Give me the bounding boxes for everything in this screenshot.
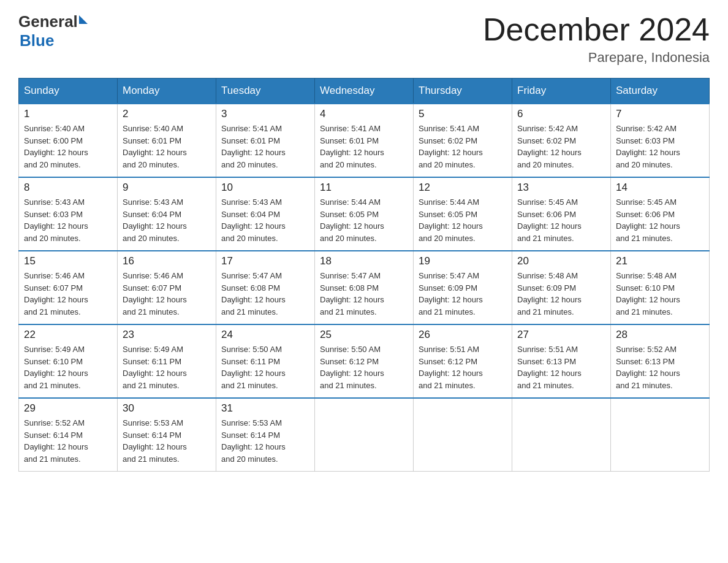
day-number: 27: [517, 329, 605, 341]
logo: General Blue: [18, 12, 88, 50]
calendar-cell: 15Sunrise: 5:46 AMSunset: 6:07 PMDayligh…: [19, 251, 118, 324]
day-number: 21: [616, 255, 704, 267]
day-number: 11: [320, 182, 408, 194]
day-info: Sunrise: 5:40 AMSunset: 6:01 PMDaylight:…: [123, 123, 211, 170]
calendar-cell: 31Sunrise: 5:53 AMSunset: 6:14 PMDayligh…: [216, 398, 315, 472]
day-info: Sunrise: 5:42 AMSunset: 6:03 PMDaylight:…: [616, 123, 704, 170]
calendar-cell: 3Sunrise: 5:41 AMSunset: 6:01 PMDaylight…: [216, 104, 315, 177]
calendar-title: December 2024: [483, 12, 710, 47]
day-number: 15: [24, 255, 112, 267]
day-number: 20: [517, 255, 605, 267]
calendar-week-5: 29Sunrise: 5:52 AMSunset: 6:14 PMDayligh…: [19, 398, 710, 472]
day-number: 19: [419, 255, 507, 267]
day-info: Sunrise: 5:49 AMSunset: 6:10 PMDaylight:…: [24, 343, 112, 391]
calendar-cell: [414, 398, 512, 472]
day-info: Sunrise: 5:50 AMSunset: 6:11 PMDaylight:…: [221, 343, 309, 391]
day-number: 10: [221, 182, 309, 194]
day-number: 12: [419, 182, 507, 194]
day-info: Sunrise: 5:52 AMSunset: 6:14 PMDaylight:…: [24, 417, 112, 465]
day-number: 8: [24, 182, 112, 194]
calendar-cell: 29Sunrise: 5:52 AMSunset: 6:14 PMDayligh…: [19, 398, 118, 472]
day-info: Sunrise: 5:47 AMSunset: 6:09 PMDaylight:…: [419, 270, 507, 318]
calendar-cell: [611, 398, 710, 472]
calendar-cell: 25Sunrise: 5:50 AMSunset: 6:12 PMDayligh…: [315, 324, 414, 398]
day-number: 22: [24, 329, 112, 341]
calendar-cell: [315, 398, 414, 472]
day-info: Sunrise: 5:41 AMSunset: 6:01 PMDaylight:…: [320, 123, 408, 170]
day-info: Sunrise: 5:46 AMSunset: 6:07 PMDaylight:…: [123, 270, 211, 318]
calendar-cell: 19Sunrise: 5:47 AMSunset: 6:09 PMDayligh…: [414, 251, 512, 324]
header-wednesday: Wednesday: [315, 79, 414, 104]
day-info: Sunrise: 5:43 AMSunset: 6:04 PMDaylight:…: [123, 196, 211, 244]
calendar-table: SundayMondayTuesdayWednesdayThursdayFrid…: [18, 78, 710, 472]
day-info: Sunrise: 5:43 AMSunset: 6:03 PMDaylight:…: [24, 196, 112, 244]
day-number: 28: [616, 329, 704, 341]
calendar-cell: 6Sunrise: 5:42 AMSunset: 6:02 PMDaylight…: [512, 104, 611, 177]
day-number: 26: [419, 329, 507, 341]
day-info: Sunrise: 5:48 AMSunset: 6:09 PMDaylight:…: [517, 270, 605, 318]
day-info: Sunrise: 5:47 AMSunset: 6:08 PMDaylight:…: [320, 270, 408, 318]
header-sunday: Sunday: [19, 79, 118, 104]
day-info: Sunrise: 5:52 AMSunset: 6:13 PMDaylight:…: [616, 343, 704, 391]
day-number: 31: [221, 402, 309, 415]
day-number: 6: [517, 108, 605, 120]
day-number: 14: [616, 182, 704, 194]
day-info: Sunrise: 5:41 AMSunset: 6:01 PMDaylight:…: [221, 123, 309, 170]
calendar-week-3: 15Sunrise: 5:46 AMSunset: 6:07 PMDayligh…: [19, 251, 710, 324]
calendar-cell: 30Sunrise: 5:53 AMSunset: 6:14 PMDayligh…: [118, 398, 216, 472]
calendar-cell: 13Sunrise: 5:45 AMSunset: 6:06 PMDayligh…: [512, 177, 611, 251]
header-saturday: Saturday: [611, 79, 710, 104]
header-friday: Friday: [512, 79, 611, 104]
calendar-cell: [512, 398, 611, 472]
calendar-cell: 2Sunrise: 5:40 AMSunset: 6:01 PMDaylight…: [118, 104, 216, 177]
day-info: Sunrise: 5:45 AMSunset: 6:06 PMDaylight:…: [517, 196, 605, 244]
calendar-cell: 14Sunrise: 5:45 AMSunset: 6:06 PMDayligh…: [611, 177, 710, 251]
day-number: 13: [517, 182, 605, 194]
calendar-cell: 8Sunrise: 5:43 AMSunset: 6:03 PMDaylight…: [19, 177, 118, 251]
day-info: Sunrise: 5:40 AMSunset: 6:00 PMDaylight:…: [24, 123, 112, 170]
day-info: Sunrise: 5:42 AMSunset: 6:02 PMDaylight:…: [517, 123, 605, 170]
page-header: General Blue December 2024 Parepare, Ind…: [18, 12, 710, 66]
day-info: Sunrise: 5:51 AMSunset: 6:12 PMDaylight:…: [419, 343, 507, 391]
calendar-week-2: 8Sunrise: 5:43 AMSunset: 6:03 PMDaylight…: [19, 177, 710, 251]
calendar-cell: 20Sunrise: 5:48 AMSunset: 6:09 PMDayligh…: [512, 251, 611, 324]
day-number: 18: [320, 255, 408, 267]
day-info: Sunrise: 5:51 AMSunset: 6:13 PMDaylight:…: [517, 343, 605, 391]
calendar-cell: 11Sunrise: 5:44 AMSunset: 6:05 PMDayligh…: [315, 177, 414, 251]
calendar-cell: 16Sunrise: 5:46 AMSunset: 6:07 PMDayligh…: [118, 251, 216, 324]
calendar-cell: 7Sunrise: 5:42 AMSunset: 6:03 PMDaylight…: [611, 104, 710, 177]
day-number: 29: [24, 402, 112, 415]
calendar-subtitle: Parepare, Indonesia: [483, 50, 710, 66]
calendar-cell: 1Sunrise: 5:40 AMSunset: 6:00 PMDaylight…: [19, 104, 118, 177]
day-number: 5: [419, 108, 507, 120]
calendar-cell: 21Sunrise: 5:48 AMSunset: 6:10 PMDayligh…: [611, 251, 710, 324]
day-number: 30: [123, 402, 211, 415]
calendar-cell: 12Sunrise: 5:44 AMSunset: 6:05 PMDayligh…: [414, 177, 512, 251]
calendar-cell: 27Sunrise: 5:51 AMSunset: 6:13 PMDayligh…: [512, 324, 611, 398]
calendar-cell: 5Sunrise: 5:41 AMSunset: 6:02 PMDaylight…: [414, 104, 512, 177]
day-number: 16: [123, 255, 211, 267]
calendar-cell: 22Sunrise: 5:49 AMSunset: 6:10 PMDayligh…: [19, 324, 118, 398]
logo-blue-text: Blue: [20, 31, 88, 50]
day-number: 4: [320, 108, 408, 120]
calendar-cell: 9Sunrise: 5:43 AMSunset: 6:04 PMDaylight…: [118, 177, 216, 251]
day-info: Sunrise: 5:46 AMSunset: 6:07 PMDaylight:…: [24, 270, 112, 318]
day-info: Sunrise: 5:50 AMSunset: 6:12 PMDaylight:…: [320, 343, 408, 391]
day-number: 7: [616, 108, 704, 120]
header-monday: Monday: [118, 79, 216, 104]
title-section: December 2024 Parepare, Indonesia: [483, 12, 710, 66]
calendar-cell: 18Sunrise: 5:47 AMSunset: 6:08 PMDayligh…: [315, 251, 414, 324]
calendar-header-row: SundayMondayTuesdayWednesdayThursdayFrid…: [19, 79, 710, 104]
day-info: Sunrise: 5:53 AMSunset: 6:14 PMDaylight:…: [123, 417, 211, 465]
day-number: 23: [123, 329, 211, 341]
day-info: Sunrise: 5:44 AMSunset: 6:05 PMDaylight:…: [419, 196, 507, 244]
day-number: 2: [123, 108, 211, 120]
day-info: Sunrise: 5:49 AMSunset: 6:11 PMDaylight:…: [123, 343, 211, 391]
day-number: 25: [320, 329, 408, 341]
calendar-cell: 23Sunrise: 5:49 AMSunset: 6:11 PMDayligh…: [118, 324, 216, 398]
calendar-cell: 10Sunrise: 5:43 AMSunset: 6:04 PMDayligh…: [216, 177, 315, 251]
calendar-cell: 4Sunrise: 5:41 AMSunset: 6:01 PMDaylight…: [315, 104, 414, 177]
day-info: Sunrise: 5:45 AMSunset: 6:06 PMDaylight:…: [616, 196, 704, 244]
day-number: 24: [221, 329, 309, 341]
day-info: Sunrise: 5:41 AMSunset: 6:02 PMDaylight:…: [419, 123, 507, 170]
